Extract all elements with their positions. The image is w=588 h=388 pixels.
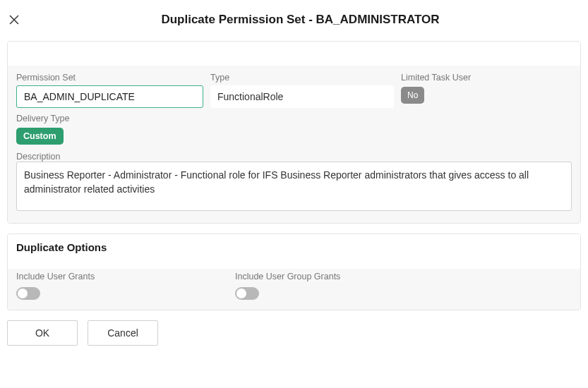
close-icon[interactable] — [8, 14, 20, 25]
delivery-type-label: Delivery Type — [16, 114, 203, 123]
dialog-title: Duplicate Permission Set - BA_ADMINISTRA… — [20, 13, 581, 27]
permission-set-label: Permission Set — [16, 73, 203, 83]
permission-set-input[interactable] — [16, 85, 203, 108]
description-textarea[interactable] — [16, 162, 572, 211]
ok-button[interactable]: OK — [7, 320, 78, 346]
type-value: FunctionalRole — [210, 85, 394, 108]
limited-task-user-badge: No — [401, 87, 424, 104]
limited-task-user-label: Limited Task User — [401, 73, 570, 83]
delivery-type-badge: Custom — [16, 128, 64, 145]
cancel-button[interactable]: Cancel — [88, 320, 158, 346]
main-form-card: Permission Set Type FunctionalRole Limit… — [7, 41, 581, 224]
type-label: Type — [210, 73, 394, 83]
description-label: Description — [16, 152, 61, 162]
include-user-grants-toggle[interactable] — [16, 287, 40, 300]
duplicate-options-title: Duplicate Options — [16, 241, 572, 253]
include-user-group-grants-label: Include User Group Grants — [235, 272, 447, 281]
include-user-grants-label: Include User Grants — [16, 272, 228, 281]
duplicate-options-card: Duplicate Options Include User Grants In… — [7, 234, 581, 310]
include-user-group-grants-toggle[interactable] — [235, 287, 259, 300]
